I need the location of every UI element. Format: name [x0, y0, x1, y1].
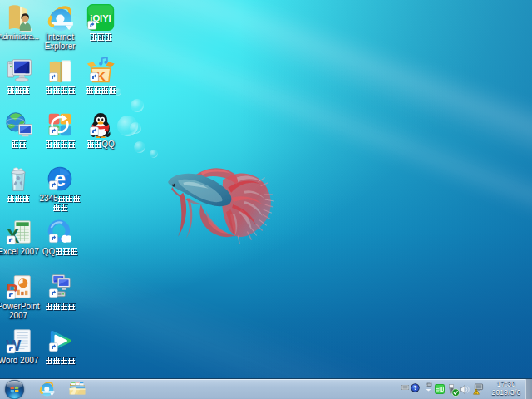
- svg-text:?: ?: [413, 384, 417, 392]
